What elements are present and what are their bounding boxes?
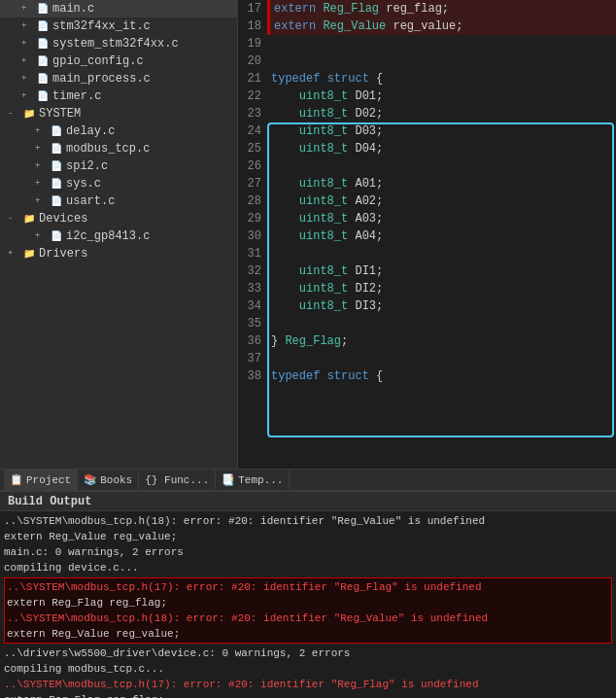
error-block-line-3: ..\SYSTEM\modbus_tcp.h(18): error: #20: … [7,611,609,626]
expand-icon: - [8,214,21,224]
code-line-31 [267,245,616,262]
line-num-37: 37 [238,350,261,367]
code-line-24: uint8_t D03; [267,122,616,140]
code-line-29: uint8_t A03; [267,210,616,227]
file-icon: 📄 [49,141,64,157]
tab-bar: 📋 Project 📚 Books {} Func... 📑 Temp... [0,469,616,490]
file-i2c-gp8413[interactable]: + 📄 i2c_gp8413.c [0,227,237,245]
tab-books[interactable]: 📚 Books [78,470,139,490]
file-usart[interactable]: + 📄 usart.c [0,192,237,210]
file-icon: 📄 [49,193,64,209]
line-num-28: 28 [238,192,261,210]
folder-label: SYSTEM [39,107,81,121]
expand-icon: - [8,109,21,119]
main-area: + 📄 main.c + 📄 stm32f4xx_it.c + 📄 system… [0,0,616,469]
line-num-18: 18 [238,17,261,35]
file-icon: 📄 [35,1,51,17]
code-line-25: uint8_t D04; [267,140,616,157]
code-line-27: uint8_t A01; [267,175,616,192]
file-main-c[interactable]: + 📄 main.c [0,0,237,17]
code-line-34: uint8_t DI3; [267,297,616,315]
build-line-5: ..\drivers\w5500_driver\device.c: 0 warn… [4,646,612,661]
expand-icon: + [35,179,49,189]
file-label: stm32f4xx_it.c [52,19,151,33]
line-num-23: 23 [238,105,261,122]
file-timer[interactable]: + 📄 timer.c [0,87,237,105]
code-editor: 17 18 19 ✕ 20 ✕ 21 22 23 24 25 26 27 28 … [238,0,616,469]
code-line-32: uint8_t DI1; [267,262,616,280]
tab-project[interactable]: 📋 Project [4,470,78,490]
build-line-8: extern Reg_Flag reg_flag; [4,692,612,698]
line-num-19: 19 ✕ [238,35,261,52]
build-line-7: ..\SYSTEM\modbus_tcp.h(17): error: #20: … [4,677,612,692]
build-output-content[interactable]: ..\SYSTEM\modbus_tcp.h(18): error: #20: … [0,511,616,698]
line-num-38: 38 [238,367,261,385]
struct-block: typedef struct { uint8_t D01; uint8_t D0… [267,70,616,350]
tab-books-icon: 📚 [84,473,97,486]
line-num-34: 34 [238,297,261,315]
file-delay[interactable]: + 📄 delay.c [0,122,237,140]
expand-icon: + [35,231,49,241]
line-num-30: 30 [238,227,261,245]
file-label: main_process.c [52,72,151,86]
build-output-header: Build Output [0,492,616,511]
file-icon: 📄 [49,158,64,174]
file-icon: 📄 [35,18,51,34]
expand-icon: + [21,4,35,14]
error-block-line-4: extern Reg_Value reg_value; [7,626,609,642]
file-main-process[interactable]: + 📄 main_process.c [0,70,237,87]
line-num-24: 24 [238,122,261,140]
file-icon: 📄 [35,71,51,87]
file-label: gpio_config.c [52,54,144,68]
file-stm32f4xx-it[interactable]: + 📄 stm32f4xx_it.c [0,17,237,35]
code-line-23: uint8_t D02; [267,105,616,122]
folder-icon: 📁 [21,246,37,262]
tab-books-label: Books [100,474,132,486]
file-modbus-tcp[interactable]: + 📄 modbus_tcp.c [0,140,237,157]
line-num-32: 32 [238,262,261,280]
file-icon: 📄 [35,53,51,69]
folder-devices[interactable]: - 📁 Devices [0,210,237,227]
expand-icon: + [35,161,49,171]
folder-drivers[interactable]: + 📁 Drivers [0,245,237,262]
file-label: sys.c [66,177,101,191]
line-num-21: 21 [238,70,261,87]
file-gpio-config[interactable]: + 📄 gpio_config.c [0,52,237,70]
code-line-26 [267,157,616,175]
code-line-18: extern Reg_Value reg_value; [267,17,616,35]
code-line-36: } Reg_Flag; [267,332,616,350]
file-spi2[interactable]: + 📄 spi2.c [0,157,237,175]
build-line-4: compiling device.c... [4,560,612,576]
line-num-20: 20 ✕ [238,52,261,70]
error-block-line-1: ..\SYSTEM\modbus_tcp.h(17): error: #20: … [7,579,609,595]
file-sys[interactable]: + 📄 sys.c [0,175,237,192]
expand-icon: + [35,196,49,206]
expand-icon: + [21,21,35,31]
expand-icon: + [21,39,35,49]
line-num-17: 17 [238,0,261,17]
folder-system[interactable]: - 📁 SYSTEM [0,105,237,122]
line-num-31: 31 [238,245,261,262]
code-line-35 [267,315,616,332]
file-label: usart.c [66,194,115,208]
code-line-33: uint8_t DI2; [267,280,616,297]
line-num-33: 33 [238,280,261,297]
code-line-28: uint8_t A02; [267,192,616,210]
expand-icon: + [8,249,21,259]
tab-temp-label: Temp... [238,474,283,486]
expand-icon: + [35,144,49,154]
expand-icon: + [35,126,49,136]
tab-temp[interactable]: 📑 Temp... [216,470,290,490]
file-system-stm32f4xx[interactable]: + 📄 system_stm32f4xx.c [0,35,237,52]
line-num-26: 26 [238,157,261,175]
file-label: modbus_tcp.c [66,142,150,156]
expand-icon: + [21,91,35,101]
file-label: system_stm32f4xx.c [52,37,179,51]
expand-icon: + [21,74,35,84]
file-icon: 📄 [35,36,51,52]
line-num-36: 36 [238,332,261,350]
code-lines[interactable]: extern Reg_Flag reg_flag; extern Reg_Val… [267,0,616,469]
tab-func[interactable]: {} Func... [139,470,216,490]
line-num-27: 27 [238,175,261,192]
build-line-3: main.c: 0 warnings, 2 errors [4,544,612,560]
